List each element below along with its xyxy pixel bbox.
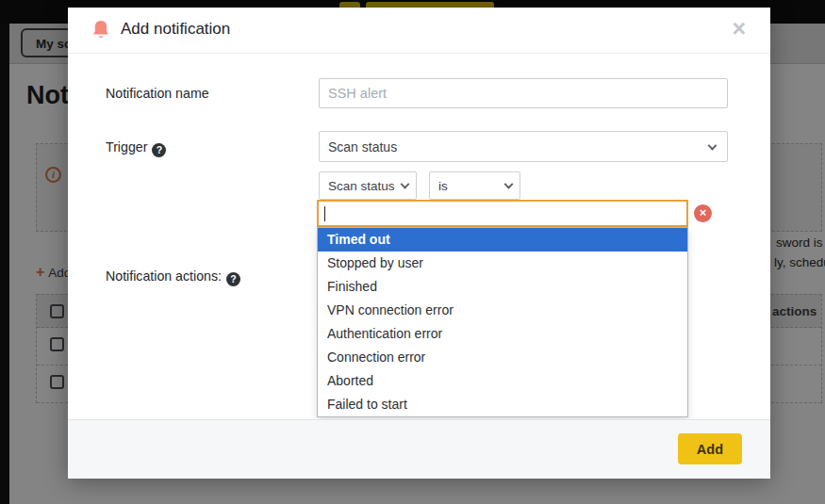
- screen: My scans Notifications i sword is f ly, …: [0, 0, 825, 504]
- chevron-down-icon: [401, 180, 410, 189]
- add-button[interactable]: Add: [678, 433, 742, 464]
- notification-name-label: Notification name: [106, 86, 209, 101]
- dropdown-option[interactable]: Authentication error: [318, 322, 687, 346]
- modal-title: Add notification: [121, 20, 230, 39]
- dropdown-option[interactable]: Finished: [318, 275, 687, 299]
- dropdown-option[interactable]: Aborted: [318, 369, 687, 393]
- chevron-down-icon: [504, 180, 514, 189]
- modal-header: Add notification ×: [68, 8, 770, 54]
- notification-actions-label: Notification actions:?: [106, 268, 240, 286]
- chevron-down-icon: [708, 140, 718, 150]
- close-icon[interactable]: ×: [732, 15, 746, 41]
- status-dropdown-list: Timed out Stopped by user Finished VPN c…: [317, 227, 688, 417]
- add-notification-modal: Add notification × Notification name Tri…: [68, 8, 770, 479]
- condition-field-select[interactable]: Scan status: [319, 171, 417, 200]
- text-caret: [324, 206, 325, 221]
- trigger-type-value: Scan status: [328, 139, 397, 154]
- trigger-label: Trigger?: [106, 139, 166, 157]
- trigger-value-combobox[interactable]: [317, 200, 688, 227]
- condition-operator-select[interactable]: is: [429, 171, 520, 200]
- dropdown-option[interactable]: VPN connection error: [318, 299, 687, 322]
- trigger-type-select[interactable]: Scan status: [319, 131, 728, 162]
- clear-error-icon[interactable]: ×: [694, 204, 712, 222]
- dropdown-option[interactable]: Connection error: [318, 346, 687, 369]
- help-icon[interactable]: ?: [226, 272, 240, 286]
- notification-name-input[interactable]: [319, 78, 728, 108]
- dropdown-option[interactable]: Stopped by user: [318, 252, 687, 275]
- bell-icon: [91, 19, 111, 47]
- dropdown-option[interactable]: Timed out: [318, 228, 687, 252]
- dropdown-option[interactable]: Failed to start: [318, 393, 687, 416]
- modal-footer: Add: [68, 419, 770, 479]
- condition-operator-value: is: [438, 179, 448, 193]
- condition-field-value: Scan status: [328, 179, 395, 193]
- help-icon[interactable]: ?: [152, 143, 166, 157]
